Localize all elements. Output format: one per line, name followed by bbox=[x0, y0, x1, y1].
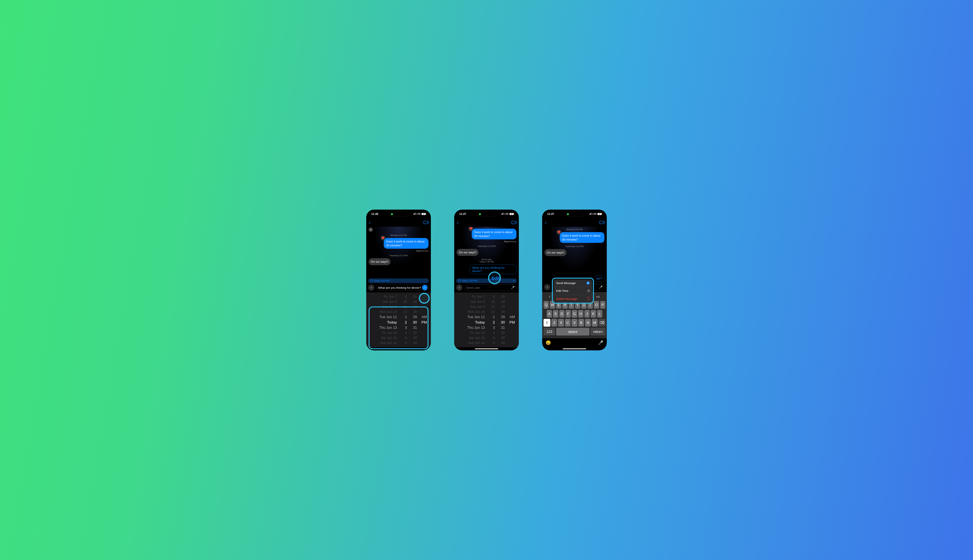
picker-cell[interactable]: 2 bbox=[485, 320, 495, 325]
picker-cell[interactable]: 31 bbox=[495, 326, 505, 330]
picker-cell[interactable]: PM bbox=[505, 320, 515, 325]
picker-cell[interactable] bbox=[417, 331, 427, 335]
picker-cell[interactable]: PM bbox=[417, 320, 427, 325]
picker-cell[interactable]: 3 bbox=[485, 326, 495, 330]
picker-cell[interactable]: 29 bbox=[407, 315, 417, 319]
picker-cell[interactable] bbox=[505, 331, 515, 335]
key-v[interactable]: V bbox=[572, 319, 577, 327]
key-d[interactable]: D bbox=[559, 310, 565, 318]
edit-action-label[interactable]: Edit bbox=[492, 276, 500, 281]
send-button[interactable]: ↑ bbox=[422, 285, 428, 290]
key-q[interactable]: Q bbox=[543, 301, 549, 309]
message-input[interactable]: What are you thinking for dinner? ↑ bbox=[376, 284, 429, 291]
sent-message[interactable]: ❤️ Does it work to come in about 30 minu… bbox=[560, 232, 604, 243]
picker-cell[interactable]: 12 bbox=[397, 310, 407, 314]
picker-cell[interactable]: 4 bbox=[397, 331, 407, 335]
datetime-picker[interactable]: Fri Jun 7925Sat Jun 81026Sun Jun 91127Mo… bbox=[366, 292, 431, 347]
picker-cell[interactable]: Sat Jun 15 bbox=[458, 336, 485, 340]
key-s[interactable]: S bbox=[553, 310, 558, 318]
picker-cell[interactable]: Fri Jun 14 bbox=[370, 331, 397, 335]
sent-message[interactable]: ❤️ Does it work to come in about 30 minu… bbox=[472, 229, 517, 239]
picker-cell[interactable] bbox=[505, 341, 515, 345]
picker-cell[interactable] bbox=[417, 310, 427, 314]
picker-cell[interactable]: Today bbox=[370, 320, 397, 325]
space-key[interactable]: space bbox=[556, 328, 589, 336]
schedule-chip[interactable]: Today 2:30 PM › bbox=[368, 278, 429, 283]
key-j[interactable]: J bbox=[584, 310, 590, 318]
message-thread[interactable]: ❤️ Does it work to come in about 30 minu… bbox=[454, 227, 519, 277]
home-indicator[interactable] bbox=[475, 348, 498, 349]
picker-cell[interactable]: 11 bbox=[485, 305, 495, 309]
clear-schedule-button[interactable]: ✕ bbox=[513, 279, 515, 282]
picker-cell[interactable]: 30 bbox=[495, 320, 505, 325]
picker-cell[interactable] bbox=[505, 305, 515, 309]
picker-cell[interactable] bbox=[505, 336, 515, 340]
backspace-key[interactable]: ⌫ bbox=[599, 319, 605, 327]
facetime-button[interactable] bbox=[423, 221, 428, 224]
picker-cell[interactable]: 1 bbox=[397, 315, 407, 319]
picker-cell[interactable]: 9 bbox=[485, 295, 495, 299]
picker-cell[interactable] bbox=[417, 300, 427, 304]
picker-cell[interactable]: 25 bbox=[407, 295, 417, 299]
key-f[interactable]: F bbox=[565, 310, 571, 318]
scheduled-message-bubble[interactable]: ner? bbox=[593, 275, 604, 282]
scheduled-message-bubble[interactable]: What are you thinking for dinner? bbox=[470, 265, 517, 274]
back-button[interactable]: ‹ bbox=[457, 220, 459, 225]
numbers-key[interactable]: 123 bbox=[543, 328, 555, 336]
key-n[interactable]: N bbox=[585, 319, 591, 327]
key-b[interactable]: B bbox=[578, 319, 584, 327]
mic-icon[interactable]: 🎤 bbox=[599, 285, 603, 289]
picker-cell[interactable]: 25 bbox=[495, 295, 505, 299]
facetime-button[interactable] bbox=[512, 221, 516, 224]
received-message[interactable]: On our way!!! bbox=[456, 249, 478, 256]
picker-cell[interactable]: 12 bbox=[485, 310, 495, 314]
picker-cell[interactable]: 5 bbox=[485, 336, 495, 340]
received-message[interactable]: On our way!!! bbox=[545, 249, 567, 256]
shift-key[interactable]: ⇧ bbox=[543, 319, 550, 327]
picker-cell[interactable]: Mon Jun 10 bbox=[370, 310, 397, 314]
facetime-button[interactable] bbox=[599, 221, 604, 224]
picker-cell[interactable]: 6 bbox=[397, 341, 407, 345]
picker-cell[interactable] bbox=[417, 305, 427, 309]
picker-cell[interactable]: Fri Jun 14 bbox=[458, 331, 485, 335]
picker-cell[interactable]: AM bbox=[417, 315, 427, 319]
heart-reaction-icon[interactable]: ❤️ bbox=[468, 227, 473, 231]
picker-cell[interactable]: Thu Jun 13 bbox=[458, 326, 485, 330]
picker-cell[interactable]: AM bbox=[505, 315, 515, 319]
picker-cell[interactable] bbox=[505, 326, 515, 330]
add-button[interactable]: + bbox=[368, 285, 374, 291]
picker-cell[interactable] bbox=[505, 300, 515, 304]
picker-cell[interactable]: 10 bbox=[397, 300, 407, 304]
picker-cell[interactable]: 27 bbox=[407, 305, 417, 309]
picker-cell[interactable]: 28 bbox=[495, 310, 505, 314]
home-indicator[interactable] bbox=[387, 348, 410, 349]
key-g[interactable]: G bbox=[572, 310, 577, 318]
heart-reaction-icon[interactable]: ❤️ bbox=[557, 230, 561, 235]
key-m[interactable]: M bbox=[592, 319, 598, 327]
picker-cell[interactable]: 2 bbox=[397, 320, 407, 325]
message-thread[interactable]: K Monday 5:32 PM ❤️ Does it work to come… bbox=[366, 227, 431, 277]
text-format-icon[interactable]: ≡A bbox=[596, 295, 600, 298]
picker-cell[interactable]: Sun Jun 16 bbox=[458, 341, 485, 345]
picker-cell[interactable]: 33 bbox=[495, 336, 505, 340]
picker-cell[interactable]: 9 bbox=[397, 295, 407, 299]
key-p[interactable]: P bbox=[600, 301, 605, 309]
key-o[interactable]: O bbox=[594, 301, 599, 309]
menu-delete-message[interactable]: Delete Message bbox=[553, 295, 592, 303]
menu-send-message[interactable]: Send Message bbox=[553, 279, 592, 287]
back-button[interactable]: ‹ bbox=[369, 220, 371, 225]
picker-cell[interactable]: 30 bbox=[407, 320, 417, 325]
key-a[interactable]: A bbox=[547, 310, 552, 318]
key-c[interactable]: C bbox=[565, 319, 571, 327]
picker-cell[interactable]: Thu Jun 13 bbox=[370, 326, 397, 330]
contact-avatar[interactable]: K bbox=[369, 228, 373, 232]
sent-message[interactable]: ❤️ Does it work to come in about 30 minu… bbox=[384, 238, 428, 249]
return-key[interactable]: return bbox=[590, 328, 605, 336]
emoji-button[interactable]: 😀 bbox=[546, 340, 551, 345]
picker-cell[interactable]: Fri Jun 7 bbox=[458, 295, 485, 299]
picker-cell[interactable]: 28 bbox=[407, 310, 417, 314]
picker-cell[interactable] bbox=[417, 326, 427, 330]
picker-cell[interactable]: Sun Jun 9 bbox=[458, 305, 485, 309]
picker-cell[interactable]: Today bbox=[458, 320, 485, 325]
message-input[interactable]: Send Later 🎤 bbox=[464, 284, 517, 291]
